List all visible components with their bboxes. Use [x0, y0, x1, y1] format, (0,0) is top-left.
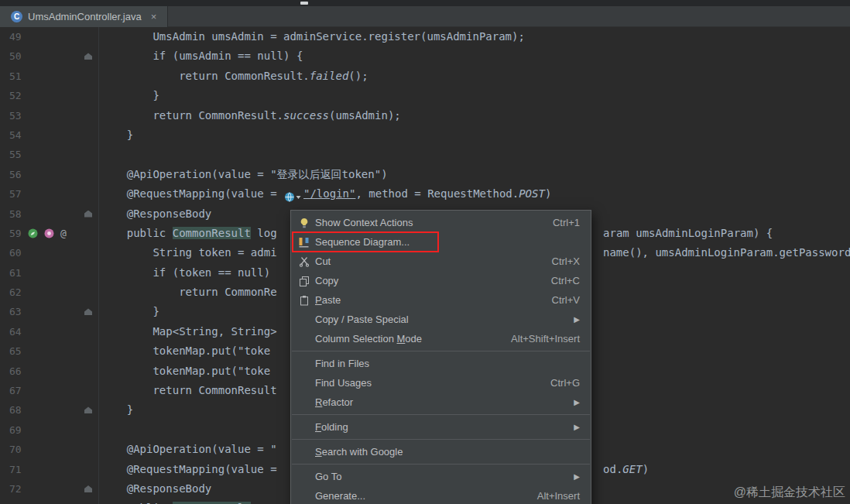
- menu-item-folding[interactable]: Folding▶: [291, 417, 591, 437]
- line-number[interactable]: 58: [9, 204, 22, 224]
- lightbulb-icon: [297, 217, 310, 229]
- fold-marker-icon[interactable]: [84, 53, 92, 60]
- line-number[interactable]: 51: [9, 67, 22, 86]
- menu-item-refactor[interactable]: Refactor▶: [291, 393, 591, 412]
- code-line[interactable]: }: [101, 125, 850, 145]
- gutter-row: 49: [0, 27, 98, 46]
- gutter-row: 69: [0, 420, 98, 440]
- fold-marker-icon[interactable]: [84, 211, 92, 218]
- code-line[interactable]: UmsAdmin umsAdmin = adminService.registe…: [101, 27, 850, 46]
- line-number[interactable]: 67: [9, 381, 22, 400]
- code-token: }: [101, 305, 159, 317]
- code-token: [101, 207, 127, 220]
- line-number[interactable]: 63: [9, 302, 22, 321]
- menu-item-cut[interactable]: CutCtrl+X: [291, 252, 591, 271]
- menu-item-label: Show Context Actions: [315, 217, 413, 228]
- line-number[interactable]: 53: [9, 106, 22, 125]
- menu-item-find-in-files[interactable]: Find in Files: [291, 354, 591, 373]
- gutter-row: 54: [0, 125, 98, 145]
- menu-shortcut: Alt+Shift+Insert: [511, 333, 580, 345]
- line-number[interactable]: 64: [9, 322, 22, 341]
- line-number[interactable]: 52: [9, 86, 22, 105]
- at-icon[interactable]: @: [60, 228, 67, 238]
- code-token: name(), umsAdminLoginParam.getPassword: [603, 246, 850, 259]
- menu-item-search-with-google[interactable]: Search with Google: [291, 442, 591, 461]
- code-line[interactable]: }: [101, 86, 850, 105]
- code-token: tokenMap.put(: [101, 345, 238, 357]
- line-number[interactable]: 72: [9, 479, 22, 499]
- gutter-icons: @: [28, 224, 67, 243]
- line-number[interactable]: 66: [9, 362, 22, 381]
- menu-item-label: Copy: [315, 275, 338, 286]
- editor-tab[interactable]: C UmsAdminController.java ×: [0, 6, 168, 27]
- url-mapping-icon[interactable]: [284, 190, 303, 201]
- menu-separator: [292, 464, 590, 465]
- code-token: return: [179, 70, 218, 82]
- code-line[interactable]: return CommonResult.success(umsAdmin);: [101, 106, 850, 125]
- line-number[interactable]: 59: [9, 224, 22, 243]
- gutter-row: 73@: [0, 499, 98, 504]
- gutter-row: 64: [0, 322, 98, 341]
- menu-item-show-context-actions[interactable]: Show Context ActionsCtrl+1: [291, 213, 591, 232]
- code-token: aram umsAdminLoginParam) {: [603, 227, 773, 239]
- gutter-row: 71: [0, 460, 98, 479]
- menu-item-go-to[interactable]: Go To▶: [291, 467, 591, 486]
- menu-item-copy-paste-special[interactable]: Copy / Paste Special▶: [291, 310, 591, 329]
- icon-spacer: [297, 446, 310, 458]
- menu-item-generate[interactable]: Generate...Alt+Insert: [291, 486, 591, 504]
- code-token: }: [101, 89, 159, 101]
- menu-shortcut: Ctrl+C: [551, 275, 580, 286]
- code-token: String token = admi: [101, 246, 277, 259]
- gutter[interactable]: 4950515253545556575859@60616263646566676…: [0, 27, 99, 504]
- line-number[interactable]: 50: [9, 46, 22, 66]
- menu-shortcut: Ctrl+G: [550, 377, 580, 389]
- code-token: [101, 227, 127, 239]
- line-number[interactable]: 65: [9, 341, 22, 361]
- menu-item-paste[interactable]: PasteCtrl+V: [291, 290, 591, 310]
- line-number[interactable]: 71: [9, 460, 22, 479]
- code-line[interactable]: @RequestMapping(value = "/login", method…: [101, 184, 850, 204]
- icon-spacer: [297, 396, 310, 409]
- line-number[interactable]: 54: [9, 125, 22, 145]
- menu-item-label: Refactor: [315, 396, 353, 408]
- line-number[interactable]: 69: [9, 420, 22, 440]
- line-number[interactable]: 55: [9, 145, 22, 164]
- code-token: ): [643, 463, 649, 475]
- line-number[interactable]: 70: [9, 440, 22, 459]
- menu-item-label: Go To: [315, 471, 341, 482]
- line-number[interactable]: 56: [9, 165, 22, 184]
- line-number[interactable]: 49: [9, 27, 22, 46]
- code-token: [101, 266, 153, 279]
- fold-marker-icon[interactable]: [84, 406, 92, 413]
- menu-item-copy[interactable]: CopyCtrl+C: [291, 271, 591, 290]
- line-number[interactable]: 61: [9, 263, 22, 283]
- code-token: failed: [310, 70, 349, 82]
- line-number[interactable]: 62: [9, 283, 22, 302]
- fold-marker-icon[interactable]: [84, 485, 92, 492]
- fold-marker-icon[interactable]: [84, 308, 92, 315]
- code-line[interactable]: if (umsAdmin == null) {: [101, 46, 850, 66]
- close-icon[interactable]: ×: [151, 11, 157, 22]
- line-number[interactable]: 73: [9, 499, 22, 504]
- menu-item-find-usages[interactable]: Find UsagesCtrl+G: [291, 373, 591, 393]
- gutter-row: 52: [0, 86, 98, 105]
- code-token: [101, 443, 127, 455]
- gutter-row: 70: [0, 440, 98, 459]
- mapping-icon[interactable]: [44, 228, 54, 238]
- line-number[interactable]: 68: [9, 400, 22, 420]
- menu-item-column-selection-mode[interactable]: Column Selection ModeAlt+Shift+Insert: [291, 329, 591, 348]
- code-line[interactable]: [101, 145, 850, 164]
- context-menu: Show Context ActionsCtrl+1Sequence Diagr…: [290, 210, 591, 504]
- submenu-arrow-icon: ▶: [574, 398, 580, 406]
- line-number[interactable]: 60: [9, 243, 22, 262]
- code-token: (umsAdmin ==: [166, 50, 257, 62]
- code-line[interactable]: @ApiOperation(value = "登录以后返回token"): [101, 165, 850, 184]
- spring-bean-icon[interactable]: [28, 228, 38, 238]
- code-token: null: [257, 50, 283, 62]
- line-number[interactable]: 57: [9, 184, 22, 204]
- menu-item-sequence-diagram[interactable]: Sequence Diagram...: [291, 232, 591, 252]
- gutter-icons: @: [28, 499, 67, 504]
- code-line[interactable]: return CommonResult.failed();: [101, 67, 850, 86]
- submenu-arrow-icon: ▶: [574, 315, 580, 324]
- code-token: .register(umsAdminParam);: [362, 30, 525, 43]
